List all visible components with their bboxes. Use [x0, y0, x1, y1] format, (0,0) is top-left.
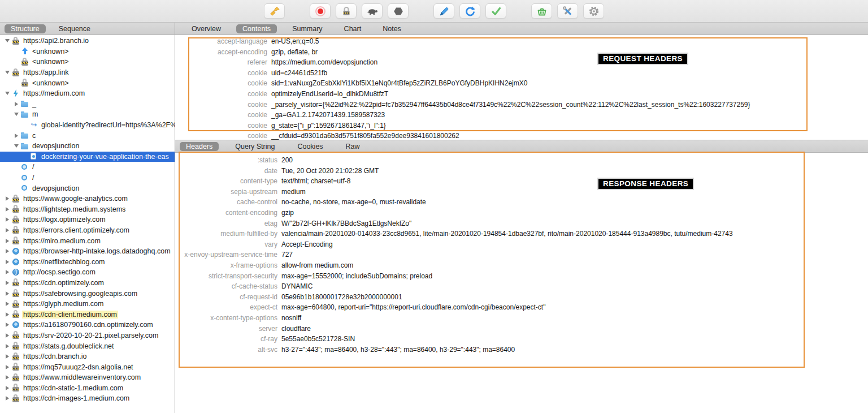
tree-item[interactable]: /	[0, 173, 175, 183]
ssl-lock-button[interactable]	[336, 3, 357, 19]
disclosure-right-icon[interactable]	[3, 365, 11, 369]
tree-item[interactable]: https://app.link	[0, 67, 175, 78]
tree-item[interactable]: https://logx.optimizely.com	[0, 214, 175, 225]
tree-item[interactable]: https://a16180790160.cdn.optimizely.com	[0, 320, 175, 330]
record-button[interactable]	[310, 3, 331, 19]
disclosure-right-icon[interactable]	[3, 396, 11, 401]
tree-item[interactable]: https://glyph.medium.com	[0, 299, 175, 309]
subtab-cookies[interactable]: Cookies	[291, 142, 329, 151]
tree-item[interactable]: <unknown>	[0, 78, 175, 88]
disclosure-right-icon[interactable]	[3, 249, 11, 253]
main-tab-overview[interactable]: Overview	[185, 24, 227, 33]
tree-item-label: https://cdn.branch.io	[22, 352, 88, 360]
tree-item[interactable]: https://cdn-client.medium.com	[0, 309, 175, 320]
disclosure-right-icon[interactable]	[3, 375, 11, 380]
throttle-button[interactable]	[362, 3, 383, 19]
disclosure-right-icon[interactable]	[3, 207, 11, 212]
disclosure-right-icon[interactable]	[3, 217, 11, 222]
tree-item[interactable]: https://stats.g.doubleclick.net	[0, 341, 175, 351]
tree-item[interactable]: _	[0, 99, 175, 110]
tree-item[interactable]: https://srv-2020-10-20-21.pixel.parsely.…	[0, 330, 175, 341]
structure-tree[interactable]: https://api2.branch.io<unknown><unknown>…	[0, 35, 175, 413]
tree-item[interactable]: https://cdn.optimizely.com	[0, 278, 175, 289]
disclosure-down-icon[interactable]	[3, 71, 11, 74]
disclosure-right-icon[interactable]	[3, 291, 11, 296]
broom-button[interactable]	[264, 3, 285, 19]
disclosure-right-icon[interactable]	[3, 386, 11, 390]
broom-icon	[269, 6, 280, 17]
disclosure-right-icon[interactable]	[3, 312, 11, 317]
tools-button[interactable]	[557, 3, 578, 19]
tree-item[interactable]: https://www.middlewareinventory.com	[0, 372, 175, 383]
tree-item[interactable]: c	[0, 130, 175, 141]
header-row: cache-controlno-cache, no-store, max-age…	[175, 197, 868, 208]
tree-item[interactable]: https://api2.branch.io	[0, 36, 175, 46]
disclosure-right-icon[interactable]	[12, 134, 20, 138]
folder-icon	[20, 142, 29, 150]
disclosure-right-icon[interactable]	[3, 196, 11, 201]
repeat-button[interactable]	[459, 3, 480, 19]
tree-item[interactable]: /	[0, 162, 175, 173]
tree-item[interactable]: http://ocsp.sectigo.com	[0, 267, 175, 278]
disclosure-right-icon[interactable]	[3, 322, 11, 327]
settings-button[interactable]	[583, 3, 604, 19]
main-tab-summary[interactable]: Summary	[286, 24, 328, 33]
tree-item[interactable]: devopsjunction	[0, 183, 175, 193]
header-key: cookie	[175, 78, 267, 89]
header-key: cookie	[175, 121, 267, 131]
disclosure-right-icon[interactable]	[3, 239, 11, 243]
tree-item[interactable]: https://lightstep.medium.systems	[0, 204, 175, 215]
tree-item[interactable]: https://errors.client.optimizely.com	[0, 225, 175, 236]
tree-item[interactable]: m	[0, 109, 175, 120]
tree-item[interactable]: https://safebrowsing.googleapis.com	[0, 288, 175, 299]
validate-icon	[491, 6, 502, 17]
disclosure-right-icon[interactable]	[3, 302, 11, 306]
compose-button[interactable]	[433, 3, 454, 19]
disclosure-right-icon[interactable]	[12, 102, 20, 106]
tree-item[interactable]: https://cdn-static-1.medium.com	[0, 383, 175, 394]
tree-item[interactable]: dockerizing-your-vue-application-the-eas	[0, 152, 175, 162]
main-tab-contents[interactable]: Contents	[236, 24, 277, 33]
disclosure-right-icon[interactable]	[3, 333, 11, 338]
disclosure-down-icon[interactable]	[12, 144, 20, 148]
disclosure-right-icon[interactable]	[3, 260, 11, 264]
basket-button[interactable]	[531, 3, 552, 19]
breakpoint-button[interactable]	[388, 3, 409, 19]
tree-item[interactable]: <unknown>	[0, 46, 175, 57]
header-value: cloudflare	[281, 324, 311, 334]
header-key: cache-control	[175, 197, 277, 208]
validate-button[interactable]	[485, 3, 506, 19]
sidebar-tab-sequence[interactable]: Sequence	[53, 24, 97, 33]
tree-item[interactable]: https://www.google-analytics.com	[0, 193, 175, 204]
response-headers-pane[interactable]: :status200dateTue, 20 Oct 2020 21:02:28 …	[175, 153, 868, 355]
disclosure-down-icon[interactable]	[3, 92, 11, 95]
header-row: cookie_ga=GA1.2.1742071439.1589587323	[175, 110, 868, 121]
header-value: g_state={"i_p":1592671861847,"i_l":1}	[271, 121, 386, 131]
tree-item[interactable]: ↪global-identity?redirectUrl=https%3A%2F…	[0, 120, 175, 131]
tree-item[interactable]: https://browser-http-intake.logs.datadog…	[0, 246, 175, 257]
disclosure-right-icon[interactable]	[3, 354, 11, 359]
disclosure-right-icon[interactable]	[3, 270, 11, 274]
tree-item[interactable]: https://cdn.branch.io	[0, 351, 175, 362]
header-value: no-cache, no-store, max-age=0, must-reva…	[281, 197, 426, 208]
tree-item[interactable]: https://mq57uuuqz2-dsn.algolia.net	[0, 362, 175, 372]
tree-item[interactable]: https://cdn-images-1.medium.com	[0, 393, 175, 404]
tree-item[interactable]: https://netflixtechblog.com	[0, 256, 175, 267]
disclosure-right-icon[interactable]	[3, 344, 11, 349]
disclosure-down-icon[interactable]	[3, 39, 11, 42]
disclosure-down-icon[interactable]	[12, 113, 20, 116]
tree-item[interactable]: https://medium.com	[0, 88, 175, 99]
subtab-query-string[interactable]: Query String	[229, 142, 281, 151]
disclosure-right-icon[interactable]	[3, 228, 11, 233]
subtab-headers[interactable]: Headers	[180, 142, 219, 151]
main-tab-notes[interactable]: Notes	[376, 24, 407, 33]
main-tab-chart[interactable]: Chart	[338, 24, 368, 33]
tree-item[interactable]: devopsjunction	[0, 141, 175, 152]
subtab-raw[interactable]: Raw	[340, 142, 366, 151]
tree-item[interactable]: <unknown>	[0, 57, 175, 67]
header-row: content-encodinggzip	[175, 208, 868, 218]
request-headers-pane[interactable]: accept-languageen-US,en;q=0.5accept-enco…	[175, 35, 868, 140]
sidebar-tab-structure[interactable]: Structure	[5, 24, 46, 33]
tree-item[interactable]: https://miro.medium.com	[0, 235, 175, 246]
disclosure-right-icon[interactable]	[3, 281, 11, 285]
